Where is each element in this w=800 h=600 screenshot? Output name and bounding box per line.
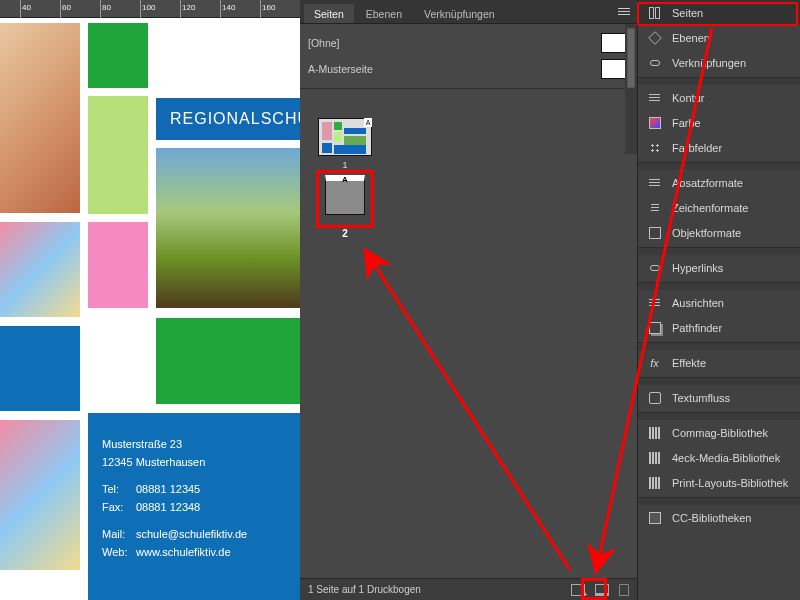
sidebar-item-commag-bibliothek[interactable]: Commag-Bibliothek bbox=[638, 420, 800, 445]
masters-section: [Ohne] A-Musterseite bbox=[300, 24, 637, 89]
page-1-number: 1 bbox=[318, 160, 372, 170]
layers-icon bbox=[646, 30, 663, 45]
sidebar-item-zeichenformate[interactable]: Zeichenformate bbox=[638, 195, 800, 220]
sidebar-item-hyperlinks[interactable]: Hyperlinks bbox=[638, 255, 800, 280]
sidebar-item-ausrichten[interactable]: Ausrichten bbox=[638, 290, 800, 315]
sidebar-item-effekte[interactable]: fx Effekte bbox=[638, 350, 800, 375]
contact-city: 12345 Musterhausen bbox=[102, 454, 247, 472]
pages-icon bbox=[646, 5, 663, 20]
color-block-pink bbox=[88, 222, 148, 308]
tab-verknuepfungen[interactable]: Verknüpfungen bbox=[414, 4, 505, 23]
title-banner: REGIONALSCHU bbox=[156, 98, 300, 140]
sidebar-item-objektformate[interactable]: Objektformate bbox=[638, 220, 800, 245]
master-a-row[interactable]: A-Musterseite bbox=[308, 56, 629, 82]
cc-libraries-icon bbox=[646, 510, 663, 525]
contact-street: Musterstraße 23 bbox=[102, 436, 247, 454]
page-1-master-indicator: A bbox=[364, 118, 372, 127]
image-school bbox=[156, 148, 300, 308]
sidebar-item-kontur[interactable]: Kontur bbox=[638, 85, 800, 110]
delete-page-button[interactable] bbox=[619, 584, 629, 596]
page-2-master-indicator: A bbox=[342, 175, 348, 184]
master-none-label: [Ohne] bbox=[308, 37, 340, 49]
effects-icon: fx bbox=[646, 355, 663, 370]
status-text: 1 Seite auf 1 Druckbogen bbox=[308, 584, 421, 595]
paragraph-styles-icon bbox=[646, 175, 663, 190]
pages-panel: Seiten Ebenen Verknüpfungen [Ohne] A-Mus… bbox=[300, 0, 637, 600]
page-1-thumb[interactable]: A bbox=[318, 118, 372, 156]
color-icon bbox=[646, 115, 663, 130]
library-icon bbox=[646, 425, 663, 440]
color-block-green bbox=[88, 23, 148, 88]
panel-menu-button[interactable] bbox=[615, 2, 633, 20]
sidebar-item-textumfluss[interactable]: Textumfluss bbox=[638, 385, 800, 410]
color-block-white bbox=[88, 318, 148, 404]
sidebar-item-pathfinder[interactable]: Pathfinder bbox=[638, 315, 800, 340]
sidebar-item-seiten[interactable]: Seiten bbox=[638, 0, 800, 25]
contact-block: Musterstraße 23 12345 Musterhausen Tel:0… bbox=[102, 436, 247, 562]
tab-ebenen[interactable]: Ebenen bbox=[356, 4, 412, 23]
master-none-row[interactable]: [Ohne] bbox=[308, 30, 629, 56]
sidebar-item-4eck-bibliothek[interactable]: 4eck-Media-Bibliothek bbox=[638, 445, 800, 470]
sidebar-item-print-layouts-bibliothek[interactable]: Print-Layouts-Bibliothek bbox=[638, 470, 800, 495]
master-a-label: A-Musterseite bbox=[308, 63, 373, 75]
color-block-green2 bbox=[156, 318, 300, 404]
page-2-number: 2 bbox=[316, 228, 374, 239]
title-text: REGIONALSCHU bbox=[170, 110, 300, 128]
stroke-icon bbox=[646, 90, 663, 105]
object-styles-icon bbox=[646, 225, 663, 240]
character-styles-icon bbox=[646, 200, 663, 215]
sidebar-item-farbfelder[interactable]: Farbfelder bbox=[638, 135, 800, 160]
swatches-icon bbox=[646, 140, 663, 155]
sidebar-item-farbe[interactable]: Farbe bbox=[638, 110, 800, 135]
color-block-lightgreen bbox=[88, 96, 148, 214]
image-child bbox=[0, 23, 80, 213]
sidebar-item-ebenen[interactable]: Ebenen bbox=[638, 25, 800, 50]
text-wrap-icon bbox=[646, 390, 663, 405]
new-page-highlight bbox=[581, 578, 607, 600]
links-icon bbox=[646, 55, 663, 70]
align-icon bbox=[646, 295, 663, 310]
masters-scrollbar[interactable] bbox=[625, 24, 637, 154]
sidebar-item-absatzformate[interactable]: Absatzformate bbox=[638, 170, 800, 195]
page-2-thumb[interactable]: A bbox=[325, 175, 365, 215]
sidebar-item-verknuepfungen[interactable]: Verknüpfungen bbox=[638, 50, 800, 75]
panel-tabs: Seiten Ebenen Verknüpfungen bbox=[300, 0, 637, 24]
sidebar-item-cc-bibliotheken[interactable]: CC-Bibliotheken bbox=[638, 505, 800, 530]
page-2-highlight: A bbox=[316, 170, 374, 228]
hyperlinks-icon bbox=[646, 260, 663, 275]
library-icon bbox=[646, 475, 663, 490]
image-kids-group1 bbox=[0, 222, 80, 317]
image-kids-jump bbox=[0, 420, 80, 570]
pathfinder-icon bbox=[646, 320, 663, 335]
horizontal-ruler: 40 60 80 100 120 140 160 bbox=[0, 0, 300, 18]
document-canvas[interactable]: REGIONALSCHU Musterstraße 23 12345 Muste… bbox=[0, 18, 300, 600]
color-block-blue bbox=[0, 326, 80, 411]
side-panel-list: Seiten Ebenen Verknüpfungen Kontur Farbe… bbox=[637, 0, 800, 600]
library-icon bbox=[646, 450, 663, 465]
tab-seiten[interactable]: Seiten bbox=[304, 4, 354, 23]
